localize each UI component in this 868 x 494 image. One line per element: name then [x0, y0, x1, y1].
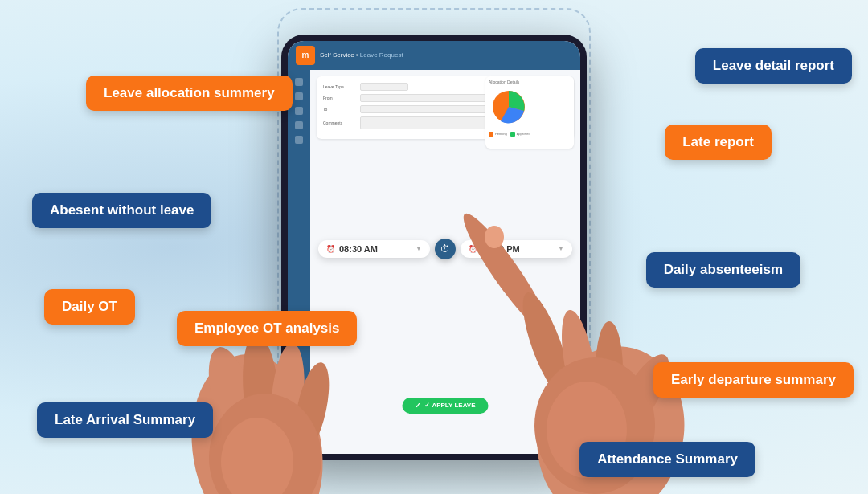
- leave-type-select: [360, 83, 408, 91]
- tablet-content: Leave Type From To Comments: [288, 70, 580, 454]
- badge-daily-absenteeism[interactable]: Daily absenteeism: [646, 252, 800, 288]
- check-icon: ✓: [415, 402, 421, 410]
- badge-absent-without[interactable]: Abesent without leave: [32, 193, 211, 228]
- apply-leave-button[interactable]: ✓ ✓ APPLY LEAVE: [402, 398, 488, 414]
- badge-daily-ot[interactable]: Daily OT: [44, 289, 135, 325]
- badge-leave-allocation[interactable]: Leave allocation summery: [86, 76, 293, 111]
- legend-color: [489, 132, 493, 137]
- sidebar-item: [295, 121, 303, 129]
- end-time-value: 05:30 PM: [481, 244, 520, 254]
- sidebar-item: [295, 92, 303, 100]
- timer-badge: ⏱: [435, 239, 456, 259]
- badge-employee-ot[interactable]: Employee OT analysis: [177, 311, 357, 346]
- legend-label: Pending: [495, 132, 507, 136]
- badge-attendance-summary[interactable]: Attendance Summary: [579, 442, 755, 477]
- start-time-value: 08:30 AM: [339, 244, 378, 254]
- form-label: From: [323, 96, 355, 100]
- form-label: To: [323, 107, 355, 112]
- app-logo: m: [296, 46, 315, 65]
- badge-late-arrival[interactable]: Late Arrival Summary: [37, 402, 213, 438]
- tablet-screen: m Self Service › Leave Request: [288, 41, 580, 454]
- tablet-main-content: Leave Type From To Comments: [310, 70, 580, 454]
- tablet-sidebar: [288, 70, 310, 454]
- tablet-header: m Self Service › Leave Request: [288, 41, 580, 70]
- form-label: Leave Type: [323, 84, 355, 89]
- sidebar-item: [295, 107, 303, 115]
- badge-early-departure[interactable]: Early departure summary: [653, 362, 854, 398]
- end-time-picker[interactable]: ⏰ 05:30 PM ▼: [461, 240, 572, 258]
- sidebar-item: [295, 136, 303, 144]
- breadcrumb: Self Service › Leave Request: [320, 51, 403, 59]
- allocation-chart: Allocation Details Pending: [485, 76, 574, 149]
- chevron-down-icon: ▼: [416, 245, 422, 252]
- clock-icon: ⏰: [326, 245, 335, 253]
- start-time-picker[interactable]: ⏰ 08:30 AM ▼: [318, 240, 430, 258]
- chart-title: Allocation Details: [489, 80, 571, 84]
- chevron-down-icon: ▼: [558, 245, 564, 252]
- clock-icon: ⏰: [469, 245, 477, 253]
- badge-late-report[interactable]: Late report: [665, 125, 772, 160]
- badge-leave-detail[interactable]: Leave detail report: [695, 48, 852, 84]
- legend-item: Pending: [489, 132, 507, 137]
- chart-legend: Pending Approved: [489, 132, 571, 137]
- pie-chart-svg: [489, 87, 529, 127]
- legend-item: Approved: [510, 132, 530, 137]
- sidebar-item: [295, 78, 303, 86]
- time-picker-row: ⏰ 08:30 AM ▼ ⏱ ⏰ 05:30 PM ▼: [318, 239, 572, 259]
- legend-color: [510, 132, 515, 137]
- tablet-device: m Self Service › Leave Request: [281, 35, 587, 460]
- legend-label: Approved: [517, 132, 530, 136]
- form-label: Comments: [323, 120, 355, 125]
